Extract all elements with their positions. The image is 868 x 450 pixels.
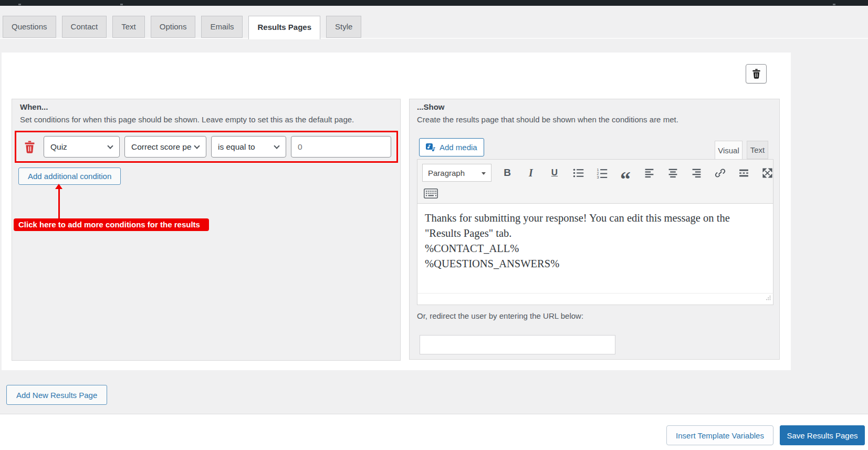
fullscreen-icon [762,168,773,179]
condition-value-input[interactable] [291,136,391,158]
link-icon [715,168,726,179]
blockquote-icon [620,177,631,182]
editor-statusbar [417,293,773,305]
dropdown-arrow-icon [482,172,486,175]
editor-tab-visual[interactable]: Visual [715,141,742,159]
trash-icon [752,69,760,79]
show-results-panel: ...Show Create the results page that sho… [409,99,780,360]
insert-template-variables-button[interactable]: Insert Template Variables [666,425,773,445]
tab-emails[interactable]: Emails [201,16,243,38]
italic-button[interactable] [522,164,539,182]
condition-field-value: Correct score pe [131,142,192,152]
add-media-button[interactable]: Add media [419,138,484,156]
annotation-callout: Click here to add more conditions for th… [14,218,209,231]
chevron-down-icon [194,143,200,149]
link-button[interactable] [712,164,728,182]
chevron-down-icon [274,143,279,149]
when-conditions-panel: When... Set conditions for when this pag… [12,99,401,361]
admin-bar-item [833,4,835,5]
bold-button[interactable] [499,164,516,182]
trash-icon [25,141,35,153]
resize-handle-icon[interactable] [765,294,771,303]
editor-tab-text[interactable]: Text [747,141,768,159]
svg-text:3: 3 [597,175,599,179]
blockquote-button[interactable] [617,164,634,182]
tab-contact[interactable]: Contact [62,16,107,38]
editor-text-line: %CONTACT_ALL% [425,241,766,256]
show-panel-description: Create the results page that should be s… [417,115,678,124]
tab-style[interactable]: Style [326,16,361,38]
wysiwyg-editor: Paragraph 123 [417,159,773,305]
condition-comparison-value: is equal to [218,142,255,152]
insert-read-more-icon [738,168,749,179]
condition-comparison-select[interactable]: is equal to [211,136,286,158]
align-left-icon [644,168,655,179]
when-panel-title: When... [20,102,48,111]
condition-field-select[interactable]: Correct score pe [124,136,206,158]
editor-toolbar: Paragraph 123 [417,159,773,204]
add-additional-condition-button[interactable]: Add additional condition [18,168,121,185]
fullscreen-button[interactable] [759,164,776,182]
toolbar-row-2 [422,186,439,201]
align-right-icon [691,168,702,179]
condition-target-select[interactable]: Quiz [44,136,120,158]
bulleted-list-icon [573,168,584,179]
show-panel-title: ...Show [417,102,445,111]
align-center-button[interactable] [664,164,681,182]
underline-button[interactable] [546,164,563,182]
tab-questions[interactable]: Questions [3,16,56,38]
paragraph-format-select[interactable]: Paragraph [422,164,491,182]
add-media-label: Add media [440,143,477,152]
chevron-down-icon [107,143,113,149]
align-center-icon [667,168,678,179]
numbered-list-button[interactable]: 123 [593,164,610,182]
insert-read-more-button[interactable] [735,164,752,182]
paragraph-format-value: Paragraph [428,169,465,177]
delete-condition-button[interactable] [25,141,35,153]
numbered-list-icon: 123 [597,168,608,179]
bulleted-list-button[interactable] [570,164,587,182]
keyboard-toolbar-toggle-button[interactable] [422,186,439,201]
align-left-button[interactable] [641,164,657,182]
admin-bar [0,0,868,6]
tab-results-pages[interactable]: Results Pages [248,16,320,39]
when-panel-description: Set conditions for when this page should… [20,115,354,124]
redirect-url-label: Or, redirect the user by entering the UR… [417,311,583,320]
italic-icon [529,167,533,179]
editor-text-line: %QUESTIONS_ANSWERS% [425,256,766,271]
editor-text-line: "Results Pages" tab. [425,226,766,241]
admin-bar-item [120,4,123,5]
condition-target-value: Quiz [50,142,67,152]
condition-row-highlight: Quiz Correct score pe is equal to [15,131,398,163]
delete-results-page-button[interactable] [746,64,767,83]
admin-bar-item [18,4,21,5]
toolbar-row-1: 123 [499,164,776,182]
editor-content-area[interactable]: Thanks for submitting your response! You… [417,204,773,293]
add-new-results-page-button[interactable]: Add New Results Page [6,385,107,405]
tab-text[interactable]: Text [112,16,145,38]
bold-icon [504,167,511,179]
keyboard-icon [424,189,438,198]
annotation-arrow-line [58,189,60,218]
redirect-url-input[interactable] [420,335,615,354]
media-icon [426,143,436,152]
align-right-button[interactable] [688,164,705,182]
settings-tabbar: Questions Contact Text Options Emails Re… [3,16,361,39]
save-results-pages-button[interactable]: Save Results Pages [780,425,865,445]
editor-text-line: Thanks for submitting your response! You… [425,211,766,226]
underline-icon [551,168,558,178]
tab-options[interactable]: Options [151,16,196,38]
